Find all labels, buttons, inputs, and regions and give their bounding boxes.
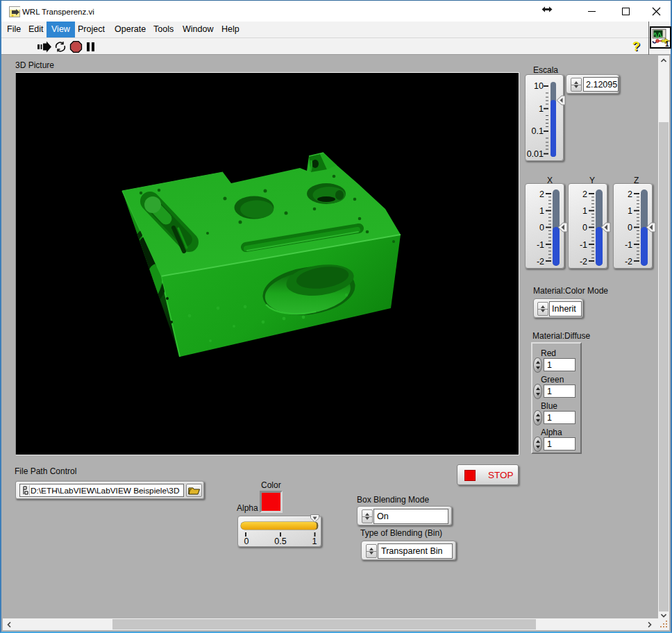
svg-text:2: 2 bbox=[539, 189, 544, 199]
svg-text:-1: -1 bbox=[580, 240, 587, 250]
svg-text:2: 2 bbox=[582, 189, 587, 199]
svg-text:0: 0 bbox=[582, 223, 587, 233]
svg-text:10: 10 bbox=[534, 81, 544, 91]
svg-text:-1: -1 bbox=[625, 240, 632, 250]
svg-text:-1: -1 bbox=[537, 240, 544, 250]
svg-text:1: 1 bbox=[539, 206, 544, 216]
svg-text:0.1: 0.1 bbox=[532, 126, 544, 136]
svg-text:1: 1 bbox=[539, 104, 544, 114]
svg-text:0: 0 bbox=[539, 223, 544, 233]
svg-text:1: 1 bbox=[665, 40, 669, 48]
svg-text:1: 1 bbox=[628, 206, 632, 216]
svg-text:-2: -2 bbox=[537, 257, 544, 267]
svg-text:1: 1 bbox=[312, 537, 317, 546]
svg-text:1: 1 bbox=[582, 206, 587, 216]
svg-text:-2: -2 bbox=[580, 257, 587, 267]
svg-text:0.01: 0.01 bbox=[527, 149, 544, 159]
svg-text:0.5: 0.5 bbox=[274, 537, 286, 546]
svg-text:2: 2 bbox=[628, 189, 632, 199]
svg-text:-2: -2 bbox=[625, 257, 632, 267]
svg-text:0: 0 bbox=[244, 537, 249, 546]
svg-text:0: 0 bbox=[628, 223, 632, 233]
